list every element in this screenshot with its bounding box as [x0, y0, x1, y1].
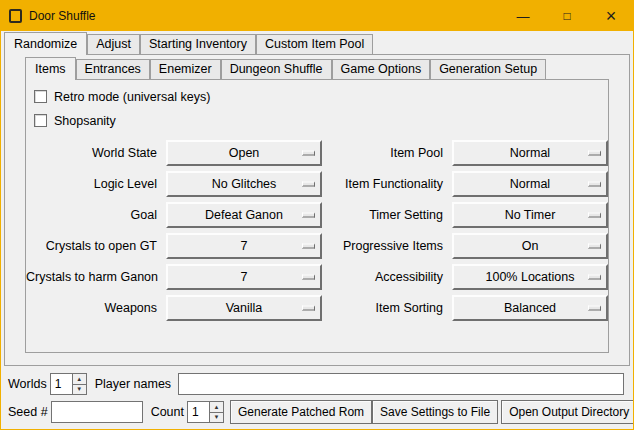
items-panel: Retro mode (universal keys) Shopsanity W…	[25, 79, 609, 353]
goal-label: Goal	[26, 208, 162, 222]
menu-indicator-icon	[302, 213, 315, 218]
count-spinner: ▲ ▼	[187, 401, 224, 423]
tab-game-options[interactable]: Game Options	[332, 59, 431, 79]
world-state-dropdown[interactable]: Open	[166, 140, 322, 166]
item-pool-label: Item Pool	[326, 146, 448, 160]
seed-input[interactable]	[51, 401, 143, 423]
worlds-label: Worlds	[8, 377, 50, 391]
menu-indicator-icon	[588, 213, 601, 218]
tab-items[interactable]: Items	[25, 57, 76, 80]
sub-tab-bar: Items Entrances Enemizer Dungeon Shuffle…	[25, 58, 629, 80]
item-functionality-label: Item Functionality	[326, 177, 448, 191]
world-state-label: World State	[26, 146, 162, 160]
close-button[interactable]: ×	[589, 1, 633, 31]
worlds-input[interactable]	[50, 373, 72, 395]
worlds-row: Worlds ▲ ▼ Player names	[8, 372, 626, 396]
randomize-panel: Items Entrances Enemizer Dungeon Shuffle…	[4, 54, 630, 366]
menu-indicator-icon	[302, 306, 315, 311]
minimize-icon: —	[517, 10, 530, 23]
menu-indicator-icon	[302, 182, 315, 187]
caption-buttons: — □ ×	[501, 1, 633, 31]
main-tab-bar: Randomize Adjust Starting Inventory Cust…	[4, 33, 630, 55]
open-output-button[interactable]: Open Output Directory	[501, 400, 634, 424]
options-grid: World State Open Item Pool Normal Logic …	[26, 140, 608, 321]
crystals-ganon-dropdown[interactable]: 7	[166, 264, 322, 290]
maximize-button[interactable]: □	[545, 1, 589, 31]
dropdown-value: 7	[168, 270, 320, 285]
tab-generation-setup[interactable]: Generation Setup	[430, 59, 546, 79]
dropdown-value: On	[454, 239, 606, 254]
tab-enemizer[interactable]: Enemizer	[150, 59, 221, 79]
count-input[interactable]	[187, 401, 209, 423]
crystals-gt-label: Crystals to open GT	[26, 239, 162, 253]
logic-level-label: Logic Level	[26, 177, 162, 191]
worlds-spin-arrows: ▲ ▼	[72, 373, 87, 395]
retro-mode-checkbox[interactable]	[34, 90, 47, 103]
item-pool-dropdown[interactable]: Normal	[452, 140, 608, 166]
menu-indicator-icon	[588, 182, 601, 187]
dropdown-value: Balanced	[454, 301, 606, 316]
window-title: Door Shuffle	[29, 9, 501, 23]
app-body: Randomize Adjust Starting Inventory Cust…	[1, 31, 633, 429]
progressive-items-label: Progressive Items	[326, 239, 448, 253]
item-sorting-label: Item Sorting	[326, 301, 448, 315]
save-settings-button[interactable]: Save Settings to File	[372, 400, 498, 424]
bottom-bar: Worlds ▲ ▼ Player names Seed # Count	[4, 366, 630, 424]
retro-mode-row: Retro mode (universal keys)	[34, 84, 608, 108]
tab-starting-inventory[interactable]: Starting Inventory	[140, 34, 256, 54]
spin-down-button[interactable]: ▼	[209, 412, 224, 424]
dropdown-value: No Timer	[454, 208, 606, 223]
dropdown-value: Normal	[454, 177, 606, 192]
dropdown-value: Normal	[454, 146, 606, 161]
seed-row: Seed # Count ▲ ▼ Generate Patched Rom Sa…	[8, 400, 626, 424]
dropdown-value: Defeat Ganon	[168, 208, 320, 223]
weapons-dropdown[interactable]: Vanilla	[166, 295, 322, 321]
tab-adjust[interactable]: Adjust	[87, 34, 140, 54]
count-spin-arrows: ▲ ▼	[209, 401, 224, 423]
logic-level-dropdown[interactable]: No Glitches	[166, 171, 322, 197]
minimize-button[interactable]: —	[501, 1, 545, 31]
shopsanity-label[interactable]: Shopsanity	[54, 113, 116, 128]
accessibility-label: Accessibility	[326, 270, 448, 284]
accessibility-dropdown[interactable]: 100% Locations	[452, 264, 608, 290]
seed-label: Seed #	[8, 405, 51, 419]
menu-indicator-icon	[588, 306, 601, 311]
item-sorting-dropdown[interactable]: Balanced	[452, 295, 608, 321]
shopsanity-checkbox[interactable]	[34, 114, 47, 127]
tab-randomize[interactable]: Randomize	[4, 32, 87, 55]
dropdown-value: Open	[168, 146, 320, 161]
retro-mode-label[interactable]: Retro mode (universal keys)	[54, 89, 210, 104]
spin-down-button[interactable]: ▼	[72, 384, 87, 396]
tab-dungeon-shuffle[interactable]: Dungeon Shuffle	[221, 59, 332, 79]
player-names-label: Player names	[95, 377, 174, 391]
weapons-label: Weapons	[26, 301, 162, 315]
dropdown-value: 100% Locations	[454, 270, 606, 285]
timer-setting-label: Timer Setting	[326, 208, 448, 222]
count-label: Count	[151, 405, 187, 419]
item-functionality-dropdown[interactable]: Normal	[452, 171, 608, 197]
menu-indicator-icon	[588, 275, 601, 280]
menu-indicator-icon	[302, 275, 315, 280]
worlds-spinner: ▲ ▼	[50, 373, 87, 395]
tab-custom-item-pool[interactable]: Custom Item Pool	[256, 34, 373, 54]
app-icon	[9, 9, 22, 23]
tab-entrances[interactable]: Entrances	[76, 59, 150, 79]
player-names-input[interactable]	[178, 373, 624, 395]
menu-indicator-icon	[588, 151, 601, 156]
dropdown-value: Vanilla	[168, 301, 320, 316]
dropdown-value: 7	[168, 239, 320, 254]
dropdown-value: No Glitches	[168, 177, 320, 192]
goal-dropdown[interactable]: Defeat Ganon	[166, 202, 322, 228]
title-bar[interactable]: Door Shuffle — □ ×	[1, 1, 633, 31]
crystals-gt-dropdown[interactable]: 7	[166, 233, 322, 259]
menu-indicator-icon	[302, 151, 315, 156]
close-icon: ×	[606, 7, 617, 25]
timer-setting-dropdown[interactable]: No Timer	[452, 202, 608, 228]
progressive-items-dropdown[interactable]: On	[452, 233, 608, 259]
window: Door Shuffle — □ × Randomize Adjust Star…	[0, 0, 634, 430]
menu-indicator-icon	[302, 244, 315, 249]
maximize-icon: □	[563, 10, 570, 22]
shopsanity-row: Shopsanity	[34, 108, 608, 132]
menu-indicator-icon	[588, 244, 601, 249]
generate-rom-button[interactable]: Generate Patched Rom	[230, 400, 372, 424]
